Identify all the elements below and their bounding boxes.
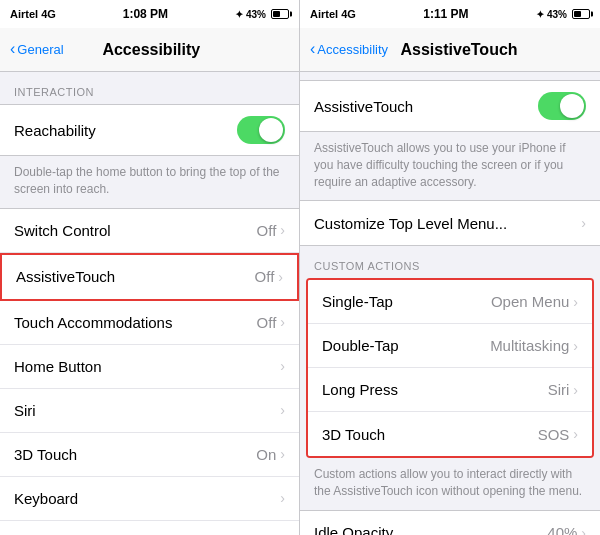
switch-control-chevron: › bbox=[280, 222, 285, 238]
main-settings-group: Switch Control Off › AssistiveTouch Off … bbox=[0, 208, 299, 535]
idle-opacity-value: 40% bbox=[547, 524, 577, 535]
idle-opacity-chevron: › bbox=[581, 525, 586, 535]
nav-bar-right: ‹ Accessibility AssistiveTouch bbox=[300, 28, 600, 72]
long-press-row[interactable]: Long Press Siri › bbox=[308, 368, 592, 412]
reachability-desc: Double-tap the home button to bring the … bbox=[0, 156, 299, 208]
3d-touch-right-value: SOS bbox=[538, 426, 570, 443]
3d-touch-row[interactable]: 3D Touch On › bbox=[0, 433, 299, 477]
reachability-group: Reachability bbox=[0, 104, 299, 156]
assistivetouch-top-row[interactable]: AssistiveTouch bbox=[300, 81, 600, 131]
time-left: 1:08 PM bbox=[123, 7, 168, 21]
battery-icon-left bbox=[271, 9, 289, 19]
status-icons-right: ✦ 43% bbox=[536, 9, 590, 20]
carrier-right: Airtel 4G bbox=[310, 8, 356, 20]
shake-to-undo-row[interactable]: Shake to Undo On › bbox=[0, 521, 299, 535]
content-left: INTERACTION Reachability Double-tap the … bbox=[0, 72, 299, 535]
switch-control-right: Off › bbox=[257, 222, 285, 239]
assistivetouch-value: Off bbox=[255, 268, 275, 285]
left-panel: Airtel 4G 1:08 PM ✦ 43% ‹ General Access… bbox=[0, 0, 300, 535]
double-tap-row[interactable]: Double-Tap Multitasking › bbox=[308, 324, 592, 368]
keyboard-chevron: › bbox=[280, 490, 285, 506]
3d-touch-value: On bbox=[256, 446, 276, 463]
touch-accommodations-value: Off bbox=[257, 314, 277, 331]
home-button-chevron: › bbox=[280, 358, 285, 374]
idle-opacity-right: 40% › bbox=[547, 524, 586, 535]
content-right: AssistiveTouch AssistiveTouch allows you… bbox=[300, 72, 600, 535]
reachability-label: Reachability bbox=[14, 122, 96, 139]
customize-label: Customize Top Level Menu... bbox=[314, 215, 507, 232]
switch-control-label: Switch Control bbox=[14, 222, 111, 239]
single-tap-value: Open Menu bbox=[491, 293, 569, 310]
keyboard-label: Keyboard bbox=[14, 490, 78, 507]
3d-touch-right-right: SOS › bbox=[538, 426, 578, 443]
assistive-desc: AssistiveTouch allows you to use your iP… bbox=[300, 132, 600, 200]
custom-actions-highlighted-group: Single-Tap Open Menu › Double-Tap Multit… bbox=[306, 278, 594, 458]
assistivetouch-row[interactable]: AssistiveTouch Off › bbox=[2, 255, 297, 299]
single-tap-right: Open Menu › bbox=[491, 293, 578, 310]
3d-touch-right-chevron: › bbox=[573, 426, 578, 442]
double-tap-value: Multitasking bbox=[490, 337, 569, 354]
assistivetouch-right: Off › bbox=[255, 268, 283, 285]
section-interaction-header: INTERACTION bbox=[0, 72, 299, 104]
right-panel: Airtel 4G 1:11 PM ✦ 43% ‹ Accessibility … bbox=[300, 0, 600, 535]
keyboard-right: › bbox=[280, 490, 285, 506]
reachability-toggle[interactable] bbox=[237, 116, 285, 144]
bluetooth-icon-right: ✦ bbox=[536, 9, 544, 20]
carrier-left: Airtel 4G bbox=[10, 8, 56, 20]
siri-chevron: › bbox=[280, 402, 285, 418]
switch-control-value: Off bbox=[257, 222, 277, 239]
siri-label: Siri bbox=[14, 402, 36, 419]
assistivetouch-highlighted: AssistiveTouch Off › bbox=[0, 253, 299, 301]
back-chevron-right: ‹ bbox=[310, 40, 315, 58]
battery-icon-right bbox=[572, 9, 590, 19]
home-button-right: › bbox=[280, 358, 285, 374]
3d-touch-label: 3D Touch bbox=[14, 446, 77, 463]
nav-bar-left: ‹ General Accessibility bbox=[0, 28, 299, 72]
double-tap-label: Double-Tap bbox=[322, 337, 399, 354]
long-press-chevron: › bbox=[573, 382, 578, 398]
single-tap-row[interactable]: Single-Tap Open Menu › bbox=[308, 280, 592, 324]
long-press-right: Siri › bbox=[548, 381, 578, 398]
idle-opacity-row[interactable]: Idle Opacity 40% › bbox=[300, 511, 600, 535]
double-tap-right: Multitasking › bbox=[490, 337, 578, 354]
idle-opacity-label: Idle Opacity bbox=[314, 524, 393, 535]
long-press-value: Siri bbox=[548, 381, 570, 398]
long-press-label: Long Press bbox=[322, 381, 398, 398]
customize-row[interactable]: Customize Top Level Menu... › bbox=[300, 201, 600, 245]
status-icons-left: ✦ 43% bbox=[235, 9, 289, 20]
siri-right: › bbox=[280, 402, 285, 418]
3d-touch-chevron: › bbox=[280, 446, 285, 462]
assistivetouch-top-label: AssistiveTouch bbox=[314, 98, 413, 115]
time-right: 1:11 PM bbox=[423, 7, 468, 21]
single-tap-chevron: › bbox=[573, 294, 578, 310]
page-title-right: AssistiveTouch bbox=[328, 41, 590, 59]
touch-accommodations-row[interactable]: Touch Accommodations Off › bbox=[0, 301, 299, 345]
3d-touch-right: On › bbox=[256, 446, 285, 463]
customize-right: › bbox=[581, 215, 586, 231]
customize-chevron: › bbox=[581, 215, 586, 231]
switch-control-row[interactable]: Switch Control Off › bbox=[0, 209, 299, 253]
home-button-label: Home Button bbox=[14, 358, 102, 375]
bluetooth-icon-left: ✦ bbox=[235, 9, 243, 20]
single-tap-label: Single-Tap bbox=[322, 293, 393, 310]
3d-touch-right-row[interactable]: 3D Touch SOS › bbox=[308, 412, 592, 456]
siri-row[interactable]: Siri › bbox=[0, 389, 299, 433]
reachability-row[interactable]: Reachability bbox=[0, 105, 299, 155]
battery-percent-right: 43% bbox=[547, 9, 567, 20]
3d-touch-right-label: 3D Touch bbox=[322, 426, 385, 443]
keyboard-row[interactable]: Keyboard › bbox=[0, 477, 299, 521]
customize-group: Customize Top Level Menu... › bbox=[300, 200, 600, 246]
touch-accommodations-right: Off › bbox=[257, 314, 285, 331]
home-button-row[interactable]: Home Button › bbox=[0, 345, 299, 389]
double-tap-chevron: › bbox=[573, 338, 578, 354]
battery-percent-left: 43% bbox=[246, 9, 266, 20]
touch-accommodations-label: Touch Accommodations bbox=[14, 314, 172, 331]
status-bar-right: Airtel 4G 1:11 PM ✦ 43% bbox=[300, 0, 600, 28]
assistivetouch-top-group: AssistiveTouch bbox=[300, 80, 600, 132]
touch-accommodations-chevron: › bbox=[280, 314, 285, 330]
assistivetouch-top-toggle[interactable] bbox=[538, 92, 586, 120]
assistivetouch-chevron: › bbox=[278, 269, 283, 285]
idle-opacity-group: Idle Opacity 40% › bbox=[300, 510, 600, 535]
section-custom-actions-header: CUSTOM ACTIONS bbox=[300, 246, 600, 278]
page-title-left: Accessibility bbox=[14, 41, 289, 59]
